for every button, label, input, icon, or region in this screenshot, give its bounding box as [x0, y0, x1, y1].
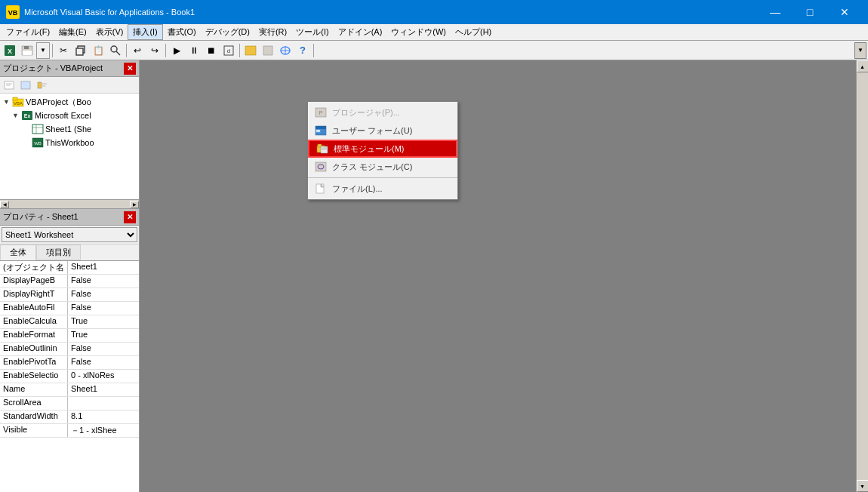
tree-item-vbaproject[interactable]: ▼ VBA VBAProject（Boo: [2, 95, 137, 109]
toolbar-dropdown[interactable]: ▼: [36, 42, 50, 59]
maximize-button[interactable]: □: [793, 0, 827, 24]
sep1: [52, 44, 53, 57]
menu-file[interactable]: ファイル(F): [2, 24, 54, 40]
property-row[interactable]: DisplayPageBFalse: [0, 275, 139, 288]
property-row[interactable]: EnableCalculaTrue: [0, 315, 139, 329]
menu-insert[interactable]: 挿入(I): [128, 24, 162, 40]
toolbar: X ▼ ✂ 📋 ↩ ↪ ▶ ⏸ ⏹ d ? ▼: [0, 41, 868, 60]
prop-name-cell: EnablePivotTa: [0, 356, 68, 369]
procedure-icon: P: [314, 106, 328, 118]
minimize-button[interactable]: —: [758, 0, 793, 24]
dropdown-item-file[interactable]: ファイル(L)...: [308, 180, 457, 198]
project-view-form-btn[interactable]: [18, 78, 33, 92]
title-bar: VB Microsoft Visual Basic for Applicatio…: [0, 0, 868, 24]
property-row[interactable]: ScrollArea: [0, 397, 139, 411]
insert-dropdown-menu: P プロシージャ(P)... ユーザー フォーム(U): [307, 101, 458, 200]
svg-rect-38: [315, 126, 326, 129]
toolbar-copy-btn[interactable]: [72, 42, 89, 59]
title-bar-controls: — □ ✕: [758, 0, 862, 24]
properties-panel-close[interactable]: ✕: [124, 211, 136, 223]
vba-project-icon: VBA: [12, 96, 24, 108]
dropdown-item-module[interactable]: 標準モジュール(M): [308, 140, 457, 158]
prop-name-cell: DisplayRightT: [0, 288, 68, 301]
menu-run[interactable]: 実行(R): [254, 24, 291, 40]
prop-name-cell: DisplayPageB: [0, 275, 68, 288]
svg-rect-22: [38, 82, 42, 88]
dropdown-item-procedure[interactable]: P プロシージャ(P)...: [308, 103, 457, 121]
tab-category[interactable]: 項目別: [36, 244, 81, 260]
svg-rect-14: [263, 46, 272, 55]
toolbar-explorer-btn[interactable]: [242, 42, 259, 59]
menu-help[interactable]: ヘルプ(H): [451, 24, 496, 40]
menu-tools[interactable]: ツール(I): [291, 24, 333, 40]
hscroll-right[interactable]: ▶: [130, 201, 139, 208]
menu-format[interactable]: 書式(O): [163, 24, 201, 40]
property-row[interactable]: DisplayRightTFalse: [0, 288, 139, 302]
dropdown-item-classmodule[interactable]: クラス モジュール(C): [308, 158, 457, 176]
svg-rect-6: [23, 51, 32, 55]
toolbar-obj-browser-btn[interactable]: [277, 42, 294, 59]
dropdown-item-userform[interactable]: ユーザー フォーム(U): [308, 121, 457, 140]
hscroll-left[interactable]: ◀: [0, 201, 9, 208]
svg-line-10: [116, 51, 120, 55]
menu-debug[interactable]: デバッグ(D): [201, 24, 254, 40]
toolbar-reset-btn[interactable]: ⏹: [203, 42, 220, 59]
prop-value-cell: False: [68, 275, 139, 288]
project-toggle-btn[interactable]: [35, 78, 50, 92]
toolbar-run-btn[interactable]: ▶: [168, 42, 185, 59]
project-panel: プロジェクト - VBAProject ✕ ▼: [0, 60, 140, 209]
toolbar-design-btn[interactable]: d: [220, 42, 237, 59]
main-vscrollbar[interactable]: ▲ ▼: [856, 60, 868, 492]
project-hscrollbar[interactable]: ◀ ▶: [0, 199, 139, 208]
menu-view[interactable]: 表示(V): [91, 24, 128, 40]
project-panel-close[interactable]: ✕: [124, 63, 136, 75]
tab-all[interactable]: 全体: [0, 244, 36, 260]
project-view-code-btn[interactable]: [2, 78, 17, 92]
toolbar-paste-btn[interactable]: 📋: [90, 42, 106, 59]
property-row[interactable]: EnableFormatTrue: [0, 329, 139, 343]
menu-window[interactable]: ウィンドウ(W): [386, 24, 451, 40]
prop-value-cell: －1 - xlShee: [68, 424, 139, 437]
toolbar-scroll-btn[interactable]: ▼: [854, 42, 866, 59]
prop-name-cell: EnableCalcula: [0, 315, 68, 328]
dropdown-label-classmodule: クラス モジュール(C): [332, 161, 412, 173]
tree-expand-excel: ▼: [12, 112, 20, 119]
toolbar-helpbtn[interactable]: ?: [294, 42, 311, 59]
dropdown-label-procedure: プロシージャ(P)...: [332, 107, 400, 118]
dropdown-label-userform: ユーザー フォーム(U): [332, 125, 412, 137]
property-row[interactable]: EnableSelectio0 - xlNoRes: [0, 370, 139, 383]
dropdown-label-module: 標準モジュール(M): [334, 143, 405, 155]
toolbar-excel-btn[interactable]: X: [2, 42, 18, 59]
prop-name-cell: (オブジェクト名: [0, 261, 68, 274]
toolbar-undo-btn[interactable]: ↩: [129, 42, 146, 59]
prop-name-cell: Name: [0, 383, 68, 396]
property-row[interactable]: Visible－1 - xlShee: [0, 424, 139, 438]
tree-item-sheet1[interactable]: Sheet1 (She: [2, 122, 137, 136]
toolbar-props-btn[interactable]: [260, 42, 276, 59]
toolbar-find-btn[interactable]: [107, 42, 124, 59]
property-row[interactable]: NameSheet1: [0, 383, 139, 397]
prop-value-cell: [68, 397, 139, 410]
toolbar-cut-btn[interactable]: ✂: [55, 42, 72, 59]
tree-item-thisworkbook[interactable]: WB ThisWorkboo: [2, 136, 137, 149]
menu-addin[interactable]: アドイン(A): [334, 24, 387, 40]
properties-panel-title: プロパティ - Sheet1: [3, 211, 78, 223]
toolbar-redo-btn[interactable]: ↪: [146, 42, 163, 59]
property-row[interactable]: EnableAutoFilFalse: [0, 302, 139, 315]
prop-name-cell: ScrollArea: [0, 397, 68, 410]
sep4: [239, 44, 240, 57]
menu-edit[interactable]: 編集(E): [54, 24, 91, 40]
svg-rect-30: [32, 125, 43, 134]
properties-object-dropdown[interactable]: Sheet1 Worksheet: [2, 227, 137, 242]
toolbar-save-btn[interactable]: [19, 42, 35, 59]
close-button[interactable]: ✕: [827, 0, 862, 24]
vscroll-up[interactable]: ▲: [857, 60, 869, 72]
property-row[interactable]: EnablePivotTaFalse: [0, 356, 139, 370]
prop-name-cell: EnableAutoFil: [0, 302, 68, 315]
property-row[interactable]: (オブジェクト名Sheet1: [0, 261, 139, 275]
tree-item-excel[interactable]: ▼ Ex Microsoft Excel: [2, 109, 137, 122]
vscroll-down[interactable]: ▼: [857, 480, 869, 492]
property-row[interactable]: StandardWidth8.1: [0, 411, 139, 424]
toolbar-break-btn[interactable]: ⏸: [186, 42, 202, 59]
property-row[interactable]: EnableOutlininFalse: [0, 343, 139, 356]
